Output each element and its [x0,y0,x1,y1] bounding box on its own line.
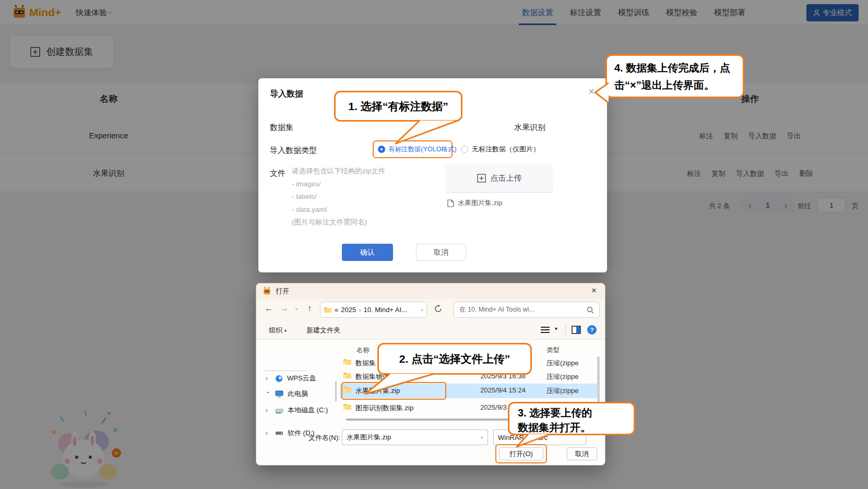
drive-icon [275,407,283,414]
dialog-titlebar: 打开 [256,283,605,299]
refresh-icon[interactable] [434,304,443,313]
callout-step3-tail [510,433,553,449]
hint-line: - images/ [292,178,385,191]
chevron-right-icon: › [266,375,271,382]
command-bar: 组织 ▾ 新建文件夹 ▾ ? [256,321,605,340]
search-box[interactable]: 在 10. Mind+ AI Tools wi... [454,302,600,318]
callout-step1-tail [387,120,460,147]
list-header-name[interactable]: 名称 [356,346,370,355]
filename-input[interactable]: 水果图片集.zip › [342,430,488,445]
radio-unlabeled-data[interactable]: 无标注数据（仅图片） [461,145,540,154]
chevron-right-icon: › [266,430,271,437]
cancel-button[interactable]: 取消 [567,447,597,460]
hint-line: (图片与标注文件需同名) [292,216,385,229]
callout-step2: 2. 点击“选择文件上传” [377,343,532,375]
callout-step3: 3. 选择要上传的 数据集并打开。 [508,402,635,435]
drive-icon [275,431,283,436]
zip-folder-icon [343,403,352,410]
help-icon[interactable]: ? [587,325,597,335]
hint-line: 请选择包含以下结构的zip文件 [292,165,385,178]
window-close-icon[interactable]: × [591,285,597,296]
forward-arrow-icon[interactable]: → [280,304,289,313]
crumb-separator: › [359,306,361,314]
hint-line: - labels/ [292,190,385,204]
uploaded-file-item[interactable]: 水果图片集.zip [447,198,502,208]
computer-icon [275,390,283,398]
callout-step1: 1. 选择“有标注数据” [334,91,462,122]
sidebar-item-local-disk-c[interactable]: › 本地磁盘 (C:) [256,404,337,416]
address-prefix: « [335,306,338,314]
preview-pane-icon[interactable] [572,326,581,334]
chevron-right-icon: › [266,407,271,414]
back-arrow-icon[interactable]: ← [265,304,273,313]
sidebar-item-this-pc[interactable]: › 此电脑 [256,388,337,400]
zip-folder-icon [343,358,352,365]
filename-dropdown-icon: › [479,436,485,438]
address-dropdown-icon[interactable]: › [419,309,425,311]
toolbar-divider [565,324,566,336]
address-crumb[interactable]: 10. Mind+ AI... [364,306,407,314]
click-upload-button[interactable]: 点击上传 [445,164,553,193]
list-header-type[interactable]: 类型 [546,346,560,355]
list-view-icon[interactable] [541,326,550,333]
robot-window-icon [263,287,271,296]
sidebar-scrollbar[interactable] [335,381,337,401]
chevron-down-icon: ▾ [284,328,287,333]
sidebar-item-wps-cloud[interactable]: › WPS云盘 [256,372,337,385]
navigation-row: ← → › ↑ « 2025 › 10. Mind+ AI... › 在 10.… [256,299,605,321]
import-type-label: 导入数据类型 [270,146,317,156]
callout-step2-tail [360,373,438,397]
radio-selected-icon [378,146,385,153]
dataset-value: 水果识别 [514,123,545,133]
plus-square-icon [477,174,486,183]
filename-label: 文件名(N): [308,433,340,443]
cancel-button[interactable]: 取消 [416,244,466,261]
zip-folder-icon [343,386,352,393]
callout-step4-tail [593,81,610,105]
radio-unselected-icon [461,146,468,153]
document-icon [447,199,454,207]
file-label: 文件 [270,169,286,178]
hint-line: - data.yaml [292,204,385,217]
address-crumb[interactable]: 2025 [341,306,356,314]
folder-icon [324,306,332,313]
search-icon [587,306,594,314]
new-folder-button[interactable]: 新建文件夹 [306,326,340,335]
file-structure-hints: 请选择包含以下结构的zip文件- images/- labels/- data.… [292,165,385,229]
callout-step4: 4. 数据集上传完成后，点 击“×”退出上传界面。 [605,54,744,98]
open-button[interactable]: 打开(O) [499,447,543,460]
chevron-down-icon: › [265,391,272,397]
dialog-title: 导入数据 [270,89,303,100]
up-arrow-icon[interactable]: ↑ [307,304,312,313]
wps-cloud-icon [275,375,283,383]
view-dropdown-icon[interactable]: ▾ [555,326,557,331]
zip-folder-icon [343,372,352,379]
sidebar-divider [264,371,307,371]
history-chevron-icon[interactable]: › [294,308,300,310]
organize-menu[interactable]: 组织 ▾ [269,326,287,335]
address-bar[interactable]: « 2025 › 10. Mind+ AI... › [320,302,427,318]
confirm-button[interactable]: 确认 [342,244,393,261]
window-title: 打开 [276,287,289,296]
dataset-label: 数据集 [270,123,293,133]
